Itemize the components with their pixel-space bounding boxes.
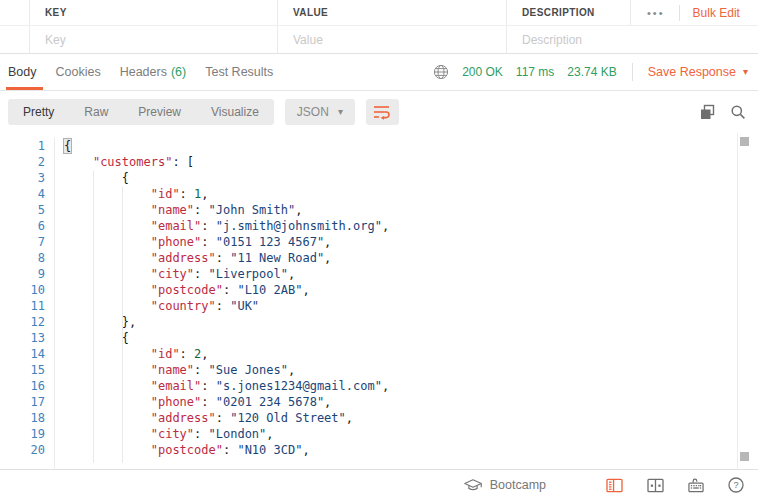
code-line: "id": 2, bbox=[64, 346, 389, 362]
line-number: 5 bbox=[0, 202, 45, 218]
row-select-cell bbox=[0, 26, 30, 53]
scrollbar-track bbox=[737, 133, 738, 469]
line-number: 17 bbox=[0, 394, 45, 410]
search-button[interactable] bbox=[730, 104, 746, 120]
postman-response-panel: KEY VALUE DESCRIPTION ••• Bulk Edit Body… bbox=[0, 0, 758, 500]
code-line: "address": "120 Old Street", bbox=[64, 410, 389, 426]
search-icon bbox=[730, 104, 746, 120]
tab-test-results[interactable]: Test Results bbox=[205, 54, 273, 90]
line-number: 6 bbox=[0, 218, 45, 234]
response-time: 117 ms bbox=[516, 65, 554, 79]
code-line: "phone": "0151 123 4567", bbox=[64, 234, 389, 250]
indent-guide bbox=[93, 171, 94, 463]
line-number: 18 bbox=[0, 410, 45, 426]
json-code-block: { "customers": [ { "id": 1, "name": "Joh… bbox=[55, 138, 389, 469]
two-pane-view-button[interactable] bbox=[647, 478, 664, 493]
bootcamp-button[interactable]: Bootcamp bbox=[464, 478, 546, 492]
line-number: 16 bbox=[0, 378, 45, 394]
body-view-toolbar: Pretty Raw Preview Visualize JSON ▾ bbox=[0, 91, 758, 133]
scrollbar-down-handle[interactable] bbox=[740, 452, 749, 461]
scrollbar-up-handle[interactable] bbox=[740, 137, 749, 146]
chevron-down-icon: ▾ bbox=[338, 107, 343, 117]
help-button[interactable]: ? bbox=[728, 477, 744, 493]
code-line: "phone": "0201 234 5678", bbox=[64, 394, 389, 410]
line-number: 8 bbox=[0, 250, 45, 266]
code-line: "country": "UK" bbox=[64, 298, 389, 314]
copy-icon bbox=[699, 104, 716, 121]
more-actions-icon[interactable]: ••• bbox=[631, 7, 679, 19]
actions-divider bbox=[679, 5, 680, 21]
network-globe-icon[interactable] bbox=[433, 64, 449, 80]
indent-guide bbox=[122, 187, 123, 463]
line-number: 3 bbox=[0, 170, 45, 186]
key-input[interactable] bbox=[45, 33, 277, 47]
code-line: { bbox=[64, 330, 389, 346]
line-number: 9 bbox=[0, 266, 45, 282]
line-number: 19 bbox=[0, 426, 45, 442]
wrap-lines-icon bbox=[373, 104, 391, 120]
tab-cookies[interactable]: Cookies bbox=[56, 54, 101, 90]
response-tabs-bar: Body Cookies Headers(6) Test Results 200… bbox=[0, 54, 758, 91]
help-icon: ? bbox=[728, 477, 744, 493]
description-input[interactable] bbox=[522, 33, 758, 47]
keyboard-shortcuts-button[interactable] bbox=[688, 477, 704, 493]
code-line: "email": "s.jones1234@gmail.com", bbox=[64, 378, 389, 394]
code-line: "name": "John Smith", bbox=[64, 202, 389, 218]
line-number: 20 bbox=[0, 442, 45, 458]
line-number: 11 bbox=[0, 298, 45, 314]
mode-pretty-button[interactable]: Pretty bbox=[8, 99, 69, 125]
description-column-header: DESCRIPTION bbox=[507, 0, 630, 25]
params-select-column bbox=[0, 0, 30, 25]
code-line: { bbox=[64, 138, 389, 154]
language-select[interactable]: JSON ▾ bbox=[285, 99, 355, 125]
code-line: "postcode": "N10 3CD", bbox=[64, 442, 389, 458]
bulk-edit-link[interactable]: Bulk Edit bbox=[693, 6, 740, 20]
key-column-header: KEY bbox=[30, 0, 278, 25]
line-number: 14 bbox=[0, 346, 45, 362]
code-line: "id": 1, bbox=[64, 186, 389, 202]
line-number: 7 bbox=[0, 234, 45, 250]
view-mode-segment: Pretty Raw Preview Visualize bbox=[8, 99, 274, 125]
code-line: "email": "j.smith@johnsmith.org", bbox=[64, 218, 389, 234]
copy-button[interactable] bbox=[699, 104, 716, 121]
headers-count-badge: (6) bbox=[171, 65, 186, 79]
tab-body[interactable]: Body bbox=[8, 54, 37, 90]
line-number-gutter: 1234567891011121314151617181920 bbox=[0, 138, 55, 469]
mode-preview-button[interactable]: Preview bbox=[123, 99, 196, 125]
response-tabs: Body Cookies Headers(6) Test Results bbox=[8, 54, 273, 90]
console-icon bbox=[606, 478, 623, 493]
status-code: 200 OK bbox=[462, 65, 503, 79]
two-pane-icon bbox=[647, 478, 664, 493]
line-number: 13 bbox=[0, 330, 45, 346]
status-bar: Bootcamp bbox=[0, 469, 758, 500]
value-input[interactable] bbox=[293, 33, 506, 47]
response-meta: 200 OK 117 ms 23.74 KB Save Response ▾ bbox=[433, 63, 748, 81]
console-toggle-button[interactable] bbox=[606, 478, 623, 493]
line-number: 2 bbox=[0, 154, 45, 170]
meta-divider bbox=[632, 63, 633, 81]
mode-raw-button[interactable]: Raw bbox=[69, 99, 123, 125]
keyboard-icon bbox=[688, 477, 704, 493]
svg-text:?: ? bbox=[733, 480, 738, 490]
code-line: "address": "11 New Road", bbox=[64, 250, 389, 266]
graduation-cap-icon bbox=[464, 478, 482, 492]
code-line: { bbox=[64, 170, 389, 186]
code-line: }, bbox=[64, 314, 389, 330]
code-line: "city": "London", bbox=[64, 426, 389, 442]
code-line: "customers": [ bbox=[64, 154, 389, 170]
line-number: 1 bbox=[0, 138, 45, 154]
mode-visualize-button[interactable]: Visualize bbox=[196, 99, 274, 125]
view-toolbar-right bbox=[699, 104, 746, 121]
code-line: "name": "Sue Jones", bbox=[64, 362, 389, 378]
wrap-lines-button[interactable] bbox=[366, 99, 399, 125]
line-number: 15 bbox=[0, 362, 45, 378]
tab-headers[interactable]: Headers(6) bbox=[120, 54, 187, 90]
line-number: 10 bbox=[0, 282, 45, 298]
chevron-down-icon: ▾ bbox=[743, 67, 748, 77]
value-column-header: VALUE bbox=[278, 0, 507, 25]
response-size: 23.74 KB bbox=[567, 65, 616, 79]
params-table: KEY VALUE DESCRIPTION ••• Bulk Edit bbox=[0, 0, 758, 54]
params-actions: ••• Bulk Edit bbox=[630, 0, 758, 25]
line-number: 12 bbox=[0, 314, 45, 330]
save-response-button[interactable]: Save Response ▾ bbox=[648, 65, 748, 79]
